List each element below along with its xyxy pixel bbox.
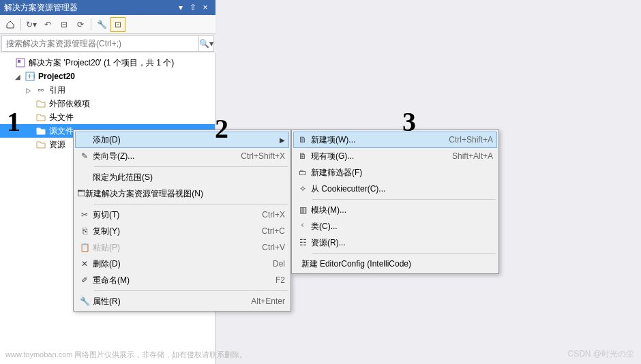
context-menu-add-submenu: 🗎 新建项(W)... Ctrl+Shift+A 🗎 现有项(G)... Shi… [291,130,499,274]
menu-label: 剪切(T) [93,209,230,221]
menu-item-copy[interactable]: ⎘ 复制(Y) Ctrl+C [75,223,289,239]
rename-icon: ✐ [76,275,93,285]
tree-label: 资源 [49,139,65,151]
tree-node-headers[interactable]: 头文件 [0,110,215,124]
solution-explorer-header: 解决方案资源管理器 ▾ ⇧ × [0,0,215,15]
menu-item-class[interactable]: ᶜ 类(C)... [293,218,497,234]
svg-text:++: ++ [27,72,35,81]
dropdown-icon[interactable]: ▾ [175,3,187,12]
refresh-icon[interactable]: ↻▾ [24,17,39,32]
menu-label: 新建解决方案资源管理器视图(N) [85,188,230,200]
tree-node-solution[interactable]: 解决方案 'Project20' (1 个项目，共 1 个) [0,56,215,70]
tree-node-project[interactable]: ◢ ++ Project20 [0,70,215,83]
collapse-icon[interactable]: ⊟ [57,17,72,32]
separator [20,18,21,31]
properties-icon[interactable]: 🔧 [94,17,109,32]
folder-icon [35,125,46,136]
module-icon: ▥ [295,205,311,215]
paste-icon: 📋 [76,243,93,252]
home-icon[interactable] [3,17,18,32]
newitem-icon: 🗎 [295,135,311,145]
menu-item-class-wizard[interactable]: ✎ 类向导(Z)... Ctrl+Shift+X [75,148,289,164]
tree-node-external[interactable]: 外部依赖项 [0,97,215,110]
menu-label: 现有项(G)... [311,151,438,162]
solution-icon [15,57,26,68]
tree-label: Project20 [38,72,75,81]
folder-icon [35,139,46,150]
wrench-icon: 🔧 [76,297,93,306]
menu-item-new-item[interactable]: 🗎 新建项(W)... Ctrl+Shift+A [293,132,497,148]
delete-icon: ✕ [76,259,93,269]
menu-label: 从 Cookiecutter(C)... [311,183,438,195]
tree-label: 解决方案 'Project20' (1 个项目，共 1 个) [29,57,174,69]
menu-label: 限定为此范围(S) [93,172,230,183]
project-icon: ++ [25,71,35,82]
menu-item-existing-item[interactable]: 🗎 现有项(G)... Shift+Alt+A [293,148,497,164]
menu-label: 新建 EditorConfig (IntelliCode) [301,258,438,270]
cut-icon: ✂ [76,210,93,219]
search-box[interactable]: 🔍▾ [1,35,214,52]
menu-item-properties[interactable]: 🔧 属性(R) Alt+Enter [75,293,289,309]
pin-icon[interactable]: ⇧ [187,3,199,12]
separator [91,18,91,31]
menu-item-paste: 📋 粘贴(P) Ctrl+V [75,239,289,256]
existing-icon: 🗎 [295,151,311,161]
folder-icon: 🗀 [295,168,311,177]
folder-icon [35,112,46,123]
menu-label: 属性(R) [93,296,230,307]
menu-divider [312,199,496,200]
menu-shortcut: Shift+Alt+A [438,151,493,161]
menu-item-resource[interactable]: ☷ 资源(R)... [293,234,497,251]
context-menu-primary: 添加(D) ▶ ✎ 类向导(Z)... Ctrl+Shift+X 限定为此范围(… [73,130,291,312]
sync-icon[interactable]: ⟳ [73,17,88,32]
back-icon: ↶ [40,17,55,32]
tree-node-references[interactable]: ▷ ▫▫ 引用 [0,83,215,97]
menu-divider [312,253,496,254]
footer-right: CSDN @时光の尘 [567,348,634,360]
menu-item-new-filter[interactable]: 🗀 新建筛选器(F) [293,164,497,181]
svg-rect-1 [18,60,20,63]
search-icon[interactable]: 🔍▾ [198,36,213,51]
menu-label: 模块(M)... [311,204,438,216]
references-icon: ▫▫ [35,85,46,95]
menu-item-new-view[interactable]: 🗔 新建解决方案资源管理器视图(N) [75,185,289,202]
menu-label: 重命名(M) [93,275,230,286]
showall-icon[interactable]: ⊡ [110,17,125,32]
collapse-icon[interactable]: ◢ [14,73,22,80]
copy-icon: ⎘ [76,226,93,236]
menu-label: 添加(D) [93,134,277,146]
tree-label: 引用 [49,85,65,96]
resource-icon: ☷ [295,238,311,247]
menu-label: 删除(D) [93,258,230,270]
close-icon[interactable]: × [199,3,211,12]
menu-divider [94,290,288,291]
menu-label: 新建项(W)... [311,134,438,146]
newview-icon: 🗔 [76,189,85,198]
menu-divider [94,166,288,167]
footer-left: www.toymoban.com 网络图片仅供展示，非存储，如有侵权请联系删除。 [5,350,247,360]
menu-item-delete[interactable]: ✕ 删除(D) Del [75,256,289,272]
menu-shortcut: Ctrl+Shift+X [230,151,285,161]
menu-item-scope[interactable]: 限定为此范围(S) [75,169,289,185]
solution-explorer-toolbar: ↻▾ ↶ ⊟ ⟳ 🔧 ⊡ [0,15,215,34]
menu-label: 类向导(Z)... [93,151,230,162]
tree-label: 源文件 [49,125,74,137]
menu-item-add[interactable]: 添加(D) ▶ [75,132,289,148]
menu-shortcut: Ctrl+Shift+A [438,135,493,145]
submenu-arrow-icon: ▶ [277,136,285,144]
menu-item-rename[interactable]: ✐ 重命名(M) F2 [75,272,289,288]
menu-label: 新建筛选器(F) [311,167,438,179]
menu-label: 复制(Y) [93,226,230,237]
menu-shortcut: Del [230,259,285,269]
menu-item-editorconfig[interactable]: 新建 EditorConfig (IntelliCode) [293,256,497,272]
menu-divider [94,204,288,204]
folder-icon [35,98,46,109]
menu-item-cookiecutter[interactable]: ✧ 从 Cookiecutter(C)... [293,181,497,197]
menu-item-cut[interactable]: ✂ 剪切(T) Ctrl+X [75,207,289,223]
menu-label: 资源(R)... [311,237,438,249]
expand-icon[interactable]: ▷ [25,87,33,94]
search-input[interactable] [2,39,198,48]
wizard-icon: ✎ [76,151,93,161]
menu-label: 粘贴(P) [93,242,230,254]
menu-item-module[interactable]: ▥ 模块(M)... [293,202,497,218]
